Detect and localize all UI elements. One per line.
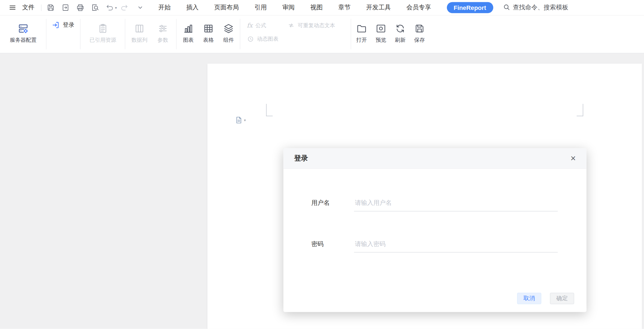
file-menu[interactable]: 文件 [22,4,35,11]
save-box-icon [414,23,425,34]
divider [41,4,41,11]
params-icon [157,23,168,34]
username-input[interactable] [354,199,558,211]
password-input[interactable] [354,240,558,253]
print-icon[interactable] [76,3,85,12]
margin-mark-topleft [266,104,273,116]
ribbon-group-insert: 图表 表格 组件 [177,16,240,53]
widget-layers-icon [223,23,234,34]
ok-button[interactable]: 确定 [550,293,574,304]
ribbon-group-login: 登录 [46,16,81,53]
table-button[interactable]: 表格 [198,23,218,43]
close-icon[interactable]: × [571,154,576,163]
server-config-button[interactable]: 服务器配置 [10,23,37,53]
open-button[interactable]: 打开 [352,23,371,43]
ribbon-row: fx 公式 可重复动态文本 [247,21,351,29]
referenced-resources-label: 已引用资源 [90,37,116,43]
command-search[interactable]: 查找命令、搜索模板 [503,4,568,12]
document-icon [235,116,242,124]
dialog-header: 登录 × [284,148,587,169]
ribbon-group-data: 数据列 参数 [125,16,177,53]
document-canvas: ▾ 登录 × 用户名 密码 取消 确定 [0,53,644,329]
open-label: 打开 [356,37,367,43]
chevron-down-icon[interactable] [136,3,145,12]
preview-button[interactable]: 预览 [371,23,390,43]
formula-label: 公式 [255,21,266,29]
ribbon-toolbar: 服务器配置 登录 已引用资源 [0,16,644,53]
dialog-footer: 取消 确定 [517,293,574,304]
tab-sections[interactable]: 章节 [338,4,351,11]
preview-eye-icon [375,23,386,34]
caret-down-icon: ▾ [244,118,246,122]
chart-label: 图表 [183,37,194,43]
login-label: 登录 [63,21,75,29]
dialog-title: 登录 [294,154,308,163]
server-config-label: 服务器配置 [10,37,37,43]
tab-member[interactable]: 会员专享 [406,4,431,11]
tab-review[interactable]: 审阅 [282,4,295,11]
tab-page-layout[interactable]: 页面布局 [214,4,239,11]
repeat-dynamic-text-button[interactable]: 可重复动态文本 [288,21,335,29]
tab-insert[interactable]: 插入 [186,4,199,11]
hamburger-icon[interactable] [8,3,17,12]
login-dialog: 登录 × 用户名 密码 取消 确定 [284,148,587,312]
login-icon [52,21,60,29]
save-icon[interactable] [46,3,55,12]
dynamic-chart-button[interactable]: 动态图表 [247,35,279,43]
refresh-label: 刷新 [395,37,406,43]
chart-icon [183,23,194,34]
password-row: 密码 [311,240,558,253]
chart-button[interactable]: 图表 [178,23,198,43]
dynamic-chart-label: 动态图表 [257,35,279,43]
widget-button[interactable]: 组件 [219,23,239,43]
ribbon-row: 动态图表 [247,34,351,43]
refresh-icon [395,23,406,34]
password-label: 密码 [311,240,354,248]
ribbon-group-dynamic: fx 公式 可重复动态文本 动态图表 [240,16,351,53]
referenced-resources-icon [97,23,108,34]
ribbon-group-resources: 已引用资源 [81,16,125,53]
menubar: 文件 ▾ 开始 [0,0,644,16]
repeat-dynamic-text-label: 可重复动态文本 [298,21,335,29]
login-button[interactable]: 登录 [52,21,81,29]
print-preview-icon[interactable] [90,3,100,12]
margin-mark-topright [577,104,583,116]
ribbon-group-server: 服务器配置 [0,16,46,53]
page-style-tool[interactable]: ▾ [235,116,246,124]
tab-finereport[interactable]: FineReport [447,2,493,13]
tab-start[interactable]: 开始 [158,4,171,11]
server-config-icon [18,23,29,34]
table-label: 表格 [203,37,214,43]
refresh-button[interactable]: 刷新 [390,23,410,43]
data-column-label: 数据列 [131,37,147,43]
undo-icon[interactable] [105,3,114,12]
repeat-arrows-icon [288,21,295,29]
params-button[interactable]: 参数 [151,23,175,43]
open-folder-icon [356,23,367,34]
search-placeholder-text: 查找命令、搜索模板 [513,4,568,11]
params-label: 参数 [158,37,168,43]
username-label: 用户名 [311,199,354,207]
quick-access-toolbar: 文件 ▾ [5,3,148,12]
tab-view[interactable]: 视图 [310,4,323,11]
redo-icon[interactable] [120,3,129,12]
tab-developer-tools[interactable]: 开发工具 [366,4,391,11]
formula-fx-icon: fx [247,21,253,29]
ribbon-group-file-actions: 打开 预览 刷新 保存 [351,16,429,53]
referenced-resources-button[interactable]: 已引用资源 [90,23,116,53]
data-column-button[interactable]: 数据列 [128,23,151,43]
export-pdf-icon[interactable] [61,3,70,12]
menu-tabs: 开始 插入 页面布局 引用 审阅 视图 章节 开发工具 会员专享 FineRep… [158,2,493,13]
dynamic-chart-icon [247,35,254,43]
formula-button[interactable]: fx 公式 [247,21,288,29]
tab-references[interactable]: 引用 [254,4,267,11]
save-button[interactable]: 保存 [410,23,429,43]
app-window: 文件 ▾ 开始 [0,0,644,329]
save-label: 保存 [414,37,425,43]
cancel-button[interactable]: 取消 [517,293,541,304]
username-row: 用户名 [311,199,558,211]
preview-label: 预览 [376,37,386,43]
undo-caret-icon[interactable]: ▾ [115,5,117,10]
search-icon [503,4,510,12]
table-icon [203,23,214,34]
